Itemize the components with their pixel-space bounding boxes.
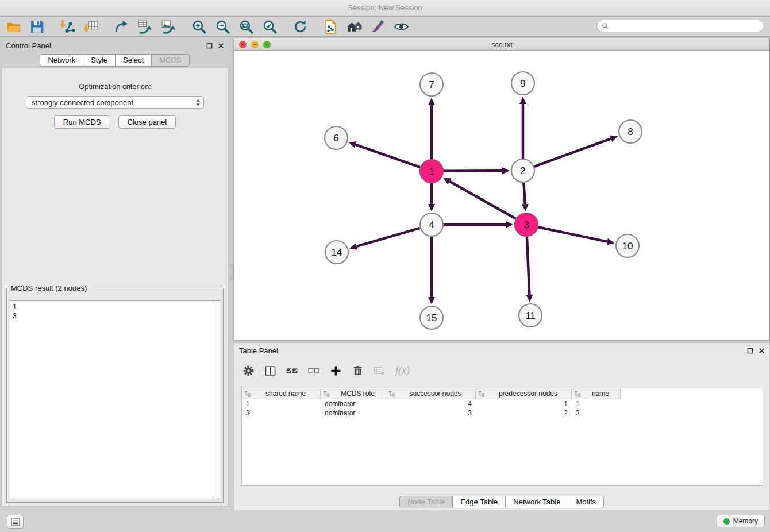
mcds-result-list[interactable]: 13 [10,300,220,499]
edge-1-4[interactable] [428,183,435,211]
table-row[interactable]: 1dominator411 [242,399,763,408]
zoom-fit-icon[interactable] [238,19,254,34]
result-list-scrollbar[interactable] [213,301,220,499]
export-network-icon[interactable] [114,19,129,34]
search-icon [602,22,609,30]
edge-2-9[interactable] [519,97,526,159]
table-row[interactable]: 3dominator323 [242,408,763,418]
add-row-icon[interactable] [330,365,342,377]
close-panel-button[interactable]: Close panel [118,115,176,129]
panel-splitter[interactable] [229,38,233,510]
fx-icon: f(x) [395,365,410,377]
column-header-name[interactable]: name [572,388,621,399]
window-zoom-light-icon[interactable] [263,41,271,48]
result-item[interactable]: 3 [13,311,217,321]
zoom-selected-icon[interactable] [262,19,278,34]
column-header-predecessor-nodes[interactable]: predecessor nodes [476,388,572,399]
import-table-icon[interactable] [83,19,99,34]
svg-text:8: 8 [627,126,633,137]
export-table-icon[interactable] [137,19,153,34]
tab-mcds[interactable]: MCDS [151,54,189,67]
table-tabs: Node TableEdge TableNetwork TableMotifs [234,496,769,508]
close-table-panel-icon[interactable] [759,348,765,354]
column-label: MCDS role [332,390,383,398]
optimization-criterion-select[interactable]: strongly connected component [26,96,204,109]
node-11[interactable]: 11 [519,304,542,327]
table-cell: dominator [321,400,386,408]
node-10[interactable]: 10 [616,234,639,257]
memory-button[interactable]: Memory [717,515,765,527]
column-label: successor nodes [398,390,473,398]
edge-3-1[interactable] [443,178,516,218]
export-image-icon[interactable] [161,19,176,34]
svg-text:11: 11 [525,310,536,321]
run-mcds-button[interactable]: Run MCDS [54,115,110,129]
command-panel-button[interactable] [7,515,24,529]
tab-network[interactable]: Network [40,54,83,67]
node-14[interactable]: 14 [325,241,348,264]
edge-2-8[interactable] [534,136,618,167]
node-8[interactable]: 8 [619,120,642,143]
edge-1-6[interactable] [349,141,420,167]
column-label: shared name [253,390,318,398]
traffic-lights [239,41,271,48]
float-table-panel-icon[interactable] [747,348,753,354]
edge-4-3[interactable] [444,221,513,228]
tab-select[interactable]: Select [115,54,152,67]
tab-style[interactable]: Style [83,54,116,67]
command-panel-icon [11,518,20,526]
refresh-icon[interactable] [292,19,308,34]
window-minimize-light-icon[interactable] [251,41,259,48]
style-brush-icon[interactable] [370,19,386,34]
edge-1-2[interactable] [444,167,510,174]
import-network-icon[interactable] [60,19,75,34]
node-9[interactable]: 9 [511,72,534,95]
open-folder-icon[interactable] [6,19,21,34]
node-7[interactable]: 7 [420,73,443,96]
float-panel-icon[interactable] [206,43,213,49]
columns-icon[interactable] [264,365,276,377]
svg-text:15: 15 [426,313,437,323]
column-header-MCDS-role[interactable]: MCDS role [321,388,386,399]
control-panel-title: Control Panel [6,41,51,50]
tab-node-table[interactable]: Node Table [399,496,453,508]
network-window-titlebar[interactable]: scc.txt [234,38,769,51]
edge-3-10[interactable] [538,227,615,245]
new-network-document-icon[interactable] [323,19,338,34]
select-all-icon[interactable] [286,365,298,377]
table-toolbar-icons: f(x) [242,360,769,381]
search-box[interactable] [596,20,764,32]
node-2[interactable]: 2 [511,159,534,182]
node-4[interactable]: 4 [420,213,443,236]
table-cell: 3 [572,409,621,417]
memory-label: Memory [733,517,758,525]
edge-1-7[interactable] [428,98,435,159]
tab-network-table[interactable]: Network Table [505,496,568,508]
close-panel-icon[interactable] [218,43,224,49]
tab-motifs[interactable]: Motifs [568,496,604,508]
zoom-out-icon[interactable] [215,19,230,34]
window-close-light-icon[interactable] [239,41,247,48]
edge-2-3[interactable] [522,183,529,211]
edge-4-14[interactable] [349,228,420,250]
network-canvas[interactable]: 7968124314101511 [234,50,769,340]
search-input[interactable] [612,21,759,31]
node-15[interactable]: 15 [420,306,443,329]
column-header-successor-nodes[interactable]: successor nodes [386,388,476,399]
edge-4-15[interactable] [428,237,435,304]
node-3[interactable]: 3 [515,213,538,236]
unselect-all-icon[interactable] [308,365,320,377]
node-1[interactable]: 1 [420,160,443,183]
node-6[interactable]: 6 [325,126,348,149]
eye-icon[interactable] [394,19,409,34]
edge-3-11[interactable] [526,237,533,302]
apply-layout-icon[interactable] [346,19,362,34]
delete-row-icon[interactable] [352,365,364,377]
splitter-handle-icon[interactable] [230,264,234,280]
zoom-in-icon[interactable] [191,19,207,34]
tab-edge-table[interactable]: Edge Table [452,496,506,508]
column-header-shared-name[interactable]: shared name [242,388,321,399]
result-item[interactable]: 1 [13,302,217,311]
save-icon[interactable] [29,19,45,34]
gear-icon[interactable] [242,365,255,377]
